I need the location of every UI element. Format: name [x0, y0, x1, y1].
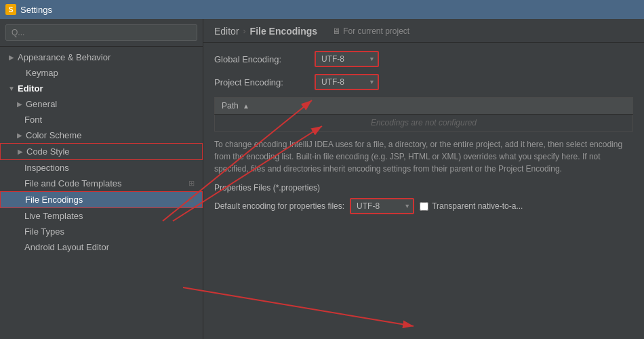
sidebar-item-code-style[interactable]: Code Style — [0, 143, 203, 160]
global-encoding-row: Global Encoding: UTF-8 UTF-16 ISO-8859-1 — [214, 51, 633, 67]
sidebar-item-label: Font — [24, 115, 42, 125]
sidebar-item-label: Live Templates — [24, 211, 83, 221]
sidebar-item-editor[interactable]: Editor — [0, 81, 203, 96]
properties-encoding-select-wrapper: UTF-8 UTF-16 ISO-8859-1 — [350, 198, 414, 214]
template-icon: ⊞ — [188, 179, 195, 188]
sidebar-item-label: File Types — [24, 226, 64, 237]
sidebar-item-file-types[interactable]: File Types — [0, 224, 203, 239]
sidebar-item-appearance[interactable]: Appearance & Behavior — [0, 49, 203, 65]
properties-row: Default encoding for properties files: U… — [214, 198, 633, 214]
global-encoding-label: Global Encoding: — [214, 54, 309, 64]
for-project-label: For current project — [343, 26, 409, 36]
path-column-header[interactable]: Path ▲ — [215, 98, 633, 115]
app-icon: S — [5, 4, 16, 15]
project-encoding-label: Project Encoding: — [214, 77, 309, 87]
sidebar-tree: Appearance & Behavior Keymap Editor Gene… — [0, 47, 203, 339]
sidebar-item-label: Keymap — [26, 68, 58, 78]
sidebar-item-keymap[interactable]: Keymap — [0, 65, 203, 81]
sidebar-item-label: File Encodings — [25, 195, 83, 205]
sidebar-item-font[interactable]: Font — [0, 112, 203, 127]
sidebar-item-live-templates[interactable]: Live Templates — [0, 208, 203, 224]
sidebar-item-label: Editor — [18, 83, 43, 94]
sidebar-item-label: General — [26, 99, 57, 109]
transparent-native-checkbox[interactable] — [420, 202, 428, 211]
sidebar-item-label: File and Code Templates — [24, 178, 122, 188]
title-bar-text: Settings — [20, 5, 52, 15]
table-row-empty: Encodings are not configured — [215, 115, 633, 132]
collapse-arrow-code-style — [17, 148, 24, 155]
collapse-arrow-general — [16, 100, 23, 108]
properties-encoding-select[interactable]: UTF-8 UTF-16 ISO-8859-1 — [350, 198, 414, 214]
empty-message: Encodings are not configured — [215, 115, 633, 132]
global-encoding-select-wrapper: UTF-8 UTF-16 ISO-8859-1 — [315, 51, 379, 67]
breadcrumb-separator: › — [243, 26, 246, 36]
monitor-icon: 🖥 — [332, 26, 340, 36]
sort-arrow-icon: ▲ — [243, 102, 249, 110]
sidebar-item-file-code-templates[interactable]: File and Code Templates ⊞ — [0, 176, 203, 191]
sidebar-item-inspections[interactable]: Inspections — [0, 160, 203, 176]
sidebar-item-color-scheme[interactable]: Color Scheme — [0, 127, 203, 143]
sidebar-item-label: Android Layout Editor — [24, 242, 109, 252]
title-bar: S Settings — [0, 0, 644, 19]
sidebar-item-label: Color Scheme — [26, 130, 81, 140]
collapse-arrow-appearance — [8, 54, 15, 61]
content-panel: Editor › File Encodings 🖥 For current pr… — [203, 19, 644, 339]
sidebar: Appearance & Behavior Keymap Editor Gene… — [0, 19, 203, 339]
project-encoding-row: Project Encoding: UTF-8 UTF-16 ISO-8859-… — [214, 74, 633, 90]
content-body: Global Encoding: UTF-8 UTF-16 ISO-8859-1… — [203, 43, 644, 339]
for-project: 🖥 For current project — [332, 26, 409, 36]
search-bar — [0, 19, 203, 47]
default-encoding-label: Default encoding for properties files: — [214, 201, 344, 211]
breadcrumb-current: File Encodings — [250, 26, 318, 37]
info-text: To change encoding IntelliJ IDEA uses fo… — [214, 138, 633, 175]
encoding-icon: ⊞ — [188, 195, 194, 204]
properties-section: Properties Files (*.properties) Default … — [214, 183, 633, 214]
collapse-arrow-color-scheme — [16, 132, 23, 139]
sidebar-item-label: Inspections — [24, 163, 69, 173]
sidebar-item-android-layout-editor[interactable]: Android Layout Editor — [0, 239, 203, 255]
search-input[interactable] — [5, 24, 197, 41]
transparent-native-checkbox-label[interactable]: Transparent native-to-a... — [420, 201, 523, 211]
collapse-arrow-editor — [8, 85, 15, 92]
sidebar-item-general[interactable]: General — [0, 96, 203, 112]
transparent-native-label: Transparent native-to-a... — [432, 201, 523, 211]
properties-label: Properties Files (*.properties) — [214, 183, 633, 193]
sidebar-item-label: Appearance & Behavior — [18, 52, 110, 62]
content-header: Editor › File Encodings 🖥 For current pr… — [203, 19, 644, 43]
sidebar-item-file-encodings[interactable]: File Encodings ⊞ — [0, 191, 203, 208]
project-encoding-select[interactable]: UTF-8 UTF-16 ISO-8859-1 — [315, 74, 379, 90]
path-table: Path ▲ Encodings are not configured — [214, 97, 633, 132]
sidebar-item-label: Code Style — [26, 146, 70, 157]
breadcrumb-parent: Editor — [214, 26, 239, 37]
project-encoding-select-wrapper: UTF-8 UTF-16 ISO-8859-1 — [315, 74, 379, 90]
breadcrumb: Editor › File Encodings — [214, 26, 317, 37]
global-encoding-select[interactable]: UTF-8 UTF-16 ISO-8859-1 — [315, 51, 379, 67]
